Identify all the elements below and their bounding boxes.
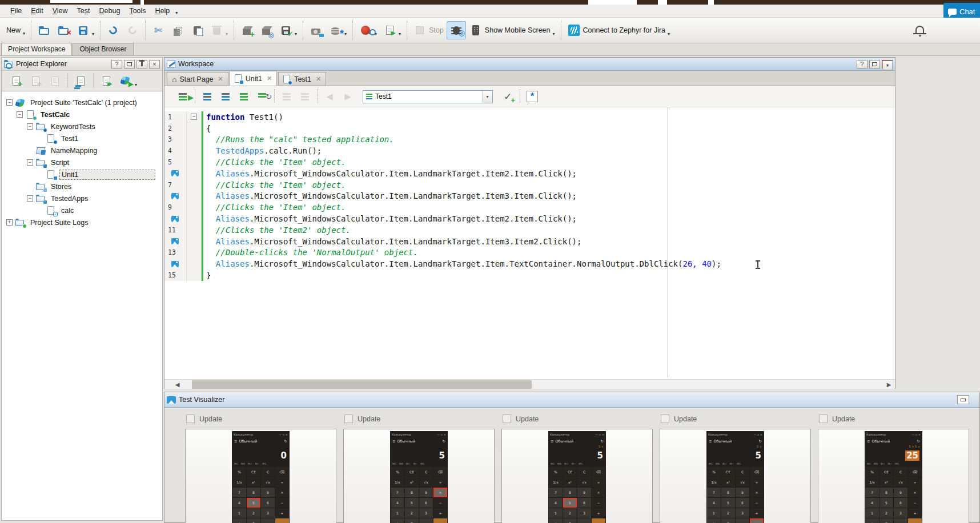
visualizer-frame-1[interactable]: UpdateКалькулятор— ▫ ×≡Обычный↻0MCMRM+M−… [185, 408, 336, 523]
save-button[interactable]: ▾ [73, 21, 97, 39]
tab-start-page[interactable]: ⌂Start Page✕ [167, 72, 228, 86]
visualizer-frame-4[interactable]: UpdateКалькулятор— ▫ ×≡Обычный↻5 ×5MCMRM… [660, 408, 811, 523]
visualizer-frame-5[interactable]: UpdateКалькулятор— ▫ ×≡Обычный↻5 × 5 =25… [818, 408, 969, 523]
tab-test1[interactable]: Test1✕ [278, 72, 326, 86]
menu-item-file[interactable]: File [6, 6, 26, 16]
menu-item-help[interactable]: Help [151, 6, 175, 16]
tree-item-testcalc[interactable]: −TestCalc [2, 108, 162, 120]
menu-item-edit[interactable]: Edit [26, 6, 48, 16]
update-checkbox[interactable] [344, 415, 353, 423]
close-panel-button[interactable]: × [149, 60, 160, 69]
menu-item-test[interactable]: Test [73, 6, 95, 16]
copy-button[interactable] [168, 21, 187, 39]
visualizer-frame-icon[interactable] [171, 216, 179, 222]
tab-object-browser[interactable]: Object Browser [73, 43, 133, 55]
visualizer-frame-3[interactable]: UpdateКалькулятор— ▫ ×≡Обычный↻5 ×5MCMRM… [501, 408, 653, 523]
tree-expander[interactable]: − [27, 123, 33, 130]
tree-item-namemapping[interactable]: NameMapping [2, 144, 162, 156]
run-project-suite-button[interactable]: ▶▾ [116, 72, 140, 90]
update-checkbox[interactable] [661, 415, 669, 423]
object-spy-button[interactable]: ◎ [256, 21, 276, 39]
tab-unit1[interactable]: Unit1✕ [230, 71, 277, 86]
organize-items-button[interactable] [71, 72, 90, 90]
tree-item-stores[interactable]: Stores [2, 180, 162, 192]
cut-button[interactable]: ✄ [148, 21, 168, 39]
new-button[interactable]: New▾ [3, 22, 28, 39]
menu-item-tools[interactable]: Tools [124, 6, 150, 16]
tree-item-project-suite-testcalc-1-project[interactable]: −Project Suite 'TestCalc' (1 project) [2, 96, 162, 108]
editor-settings-button[interactable]: * [524, 88, 540, 104]
auto-hide-pin-button[interactable] [136, 60, 147, 69]
screenshot-frame[interactable]: Калькулятор— ▫ ×≡Обычный↻5 ×5MCMRM+M−MS%… [660, 429, 811, 523]
code-tool-3-button[interactable] [236, 88, 252, 104]
screenshot-frame[interactable]: Калькулятор— ▫ ×≡Обычный↻5 ×5MCMRM+M−MS%… [501, 429, 653, 523]
run-project-button[interactable]: ▶ [97, 72, 116, 90]
menu-item-debug[interactable]: Debug [95, 6, 125, 16]
show-mobile-button[interactable]: Show Mobile Screen▾ [466, 21, 558, 39]
close-tab-icon[interactable]: ✕ [267, 75, 272, 82]
open-button[interactable] [34, 21, 54, 39]
screenshot-frame[interactable]: Калькулятор— ▫ ×≡Обычный↻5 × 5 =25MCMRM+… [818, 429, 969, 523]
code-tool-2-button[interactable] [218, 88, 234, 104]
update-checkbox[interactable] [819, 415, 828, 423]
scroll-left-arrow[interactable]: ◀ [172, 380, 182, 389]
tree-item-script[interactable]: −Script [2, 156, 162, 168]
update-checkbox[interactable] [186, 415, 195, 423]
tree-item-project-suite-logs[interactable]: +Project Suite Logs [2, 216, 162, 228]
run-test-button[interactable]: ▶▾ [380, 21, 404, 39]
debug-button[interactable]: ◎ [447, 21, 466, 39]
routine-selector[interactable]: Test1▾ [363, 90, 493, 103]
tree-expander[interactable]: − [27, 159, 33, 166]
checkpoint-button[interactable]: ✓▾ [276, 21, 300, 39]
help-button[interactable]: ? [111, 60, 122, 69]
screenshot-frame[interactable]: Калькулятор— ▫ ×≡Обычный↻0MCMRM+M−MS%CEC… [185, 429, 336, 523]
tree-item-calc[interactable]: ✓calc [2, 204, 162, 216]
help-button[interactable]: ? [857, 60, 867, 69]
notifications-bell-icon[interactable] [913, 24, 929, 39]
tab-overflow-dropdown[interactable]: ▾ [882, 61, 893, 70]
add-object-button[interactable]: + [237, 21, 256, 39]
routine-dropdown-arrow[interactable]: ▾ [482, 91, 492, 103]
syntax-check-button[interactable]: ✓+ [500, 88, 516, 104]
visualizer-frame-2[interactable]: UpdateКалькулятор— ▫ ×≡Обычный↻5MCMRM+M−… [343, 408, 495, 523]
paste-button[interactable] [187, 21, 207, 39]
window-position-button[interactable] [869, 60, 880, 69]
screen-capture-button[interactable] [306, 21, 326, 39]
visualizer-frame-icon[interactable] [171, 193, 179, 199]
tree-expander[interactable]: − [6, 99, 13, 106]
code-tool-4-button[interactable]: ↻ [254, 88, 270, 104]
code-editor[interactable]: 1−function Test1()2{3 //Runs the "calc" … [164, 107, 895, 377]
add-new-item-button[interactable]: + [6, 72, 26, 90]
menu-options-caret[interactable]: ▾ [175, 7, 178, 15]
close-button[interactable]: × [54, 21, 73, 39]
editor-horizontal-scrollbar[interactable]: ◀ ▶ [164, 379, 895, 389]
tab-project-workspace[interactable]: Project Workspace [1, 43, 72, 55]
tree-item-test1[interactable]: Test1 [2, 132, 162, 144]
tree-expander[interactable]: + [6, 219, 13, 226]
record-button[interactable]: ▾ [356, 21, 380, 39]
visualizer-frame-icon[interactable] [171, 170, 179, 176]
close-tab-icon[interactable]: ✕ [316, 75, 321, 83]
chat-bubble-icon [948, 9, 957, 15]
undo-button[interactable] [103, 21, 123, 39]
tree-item-unit1[interactable]: Unit1 [2, 168, 162, 180]
fold-marker[interactable]: − [191, 114, 197, 120]
data-checkpoint-button[interactable]: *▾ [326, 21, 350, 39]
scroll-right-arrow[interactable]: ▶ [884, 380, 894, 389]
visualizer-collapse-button[interactable] [957, 395, 969, 404]
menu-item-view[interactable]: View [48, 6, 73, 16]
screenshot-frame[interactable]: Калькулятор— ▫ ×≡Обычный↻5MCMRM+M−MS%CEC… [343, 429, 495, 523]
code-tool-1-button[interactable] [199, 88, 215, 104]
update-checkbox[interactable] [503, 415, 511, 423]
tree-expander[interactable]: − [17, 111, 23, 118]
window-position-button[interactable] [124, 60, 135, 69]
tree-expander[interactable]: − [27, 195, 33, 202]
tree-item-keywordtests[interactable]: −KeywordTests [2, 120, 162, 132]
scrollbar-thumb[interactable] [192, 380, 532, 389]
run-current-routine-button[interactable]: ▶ [175, 88, 191, 104]
visualizer-frame-icon[interactable] [171, 261, 179, 267]
close-tab-icon[interactable]: ✕ [218, 75, 223, 83]
visualizer-frame-icon[interactable] [171, 238, 179, 244]
tree-item-testedapps[interactable]: −TestedApps [2, 192, 162, 204]
zephyr-button[interactable]: Connect to Zephyr for Jira▾ [564, 21, 673, 39]
